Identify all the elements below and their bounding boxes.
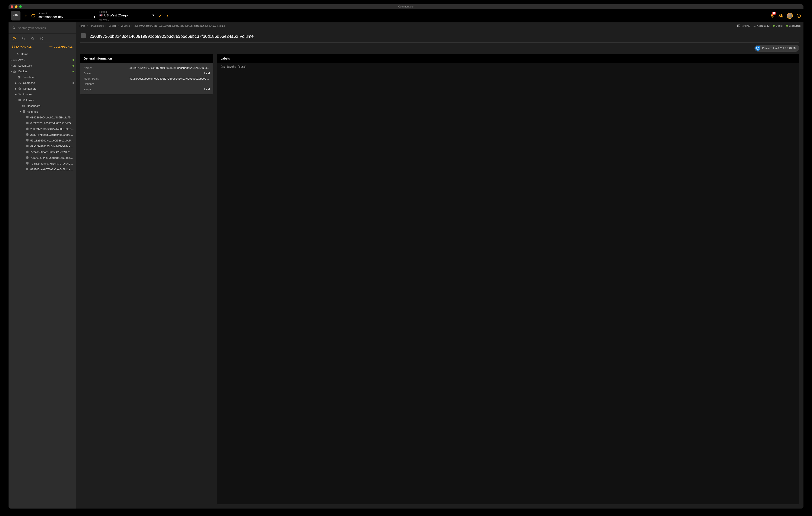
volume-name: 69a8f5e878125c0da1d3bfe82ce587ac14f8d (30, 145, 74, 148)
volume-icon (26, 145, 29, 148)
svg-rect-14 (13, 71, 14, 71)
tree-docker-images[interactable]: ▶ Images (8, 91, 76, 97)
labels-empty: (No labels found) (217, 63, 294, 187)
tree-docker-containers[interactable]: ▶ Containers (8, 86, 76, 91)
breadcrumb-item[interactable]: Home (79, 25, 85, 27)
chevron-right-icon: ▶ (10, 59, 13, 61)
volume-name: 7224d550a4b196afe428ebf917bd395a9e0f3 (30, 151, 74, 154)
tree-aws[interactable]: ▶ aws AWS (8, 57, 76, 63)
svg-rect-18 (18, 76, 19, 77)
sidebar-tabs (8, 33, 76, 42)
tree-volumes-volumes[interactable]: ▼ Volumes (8, 109, 76, 115)
svg-rect-11 (12, 47, 13, 48)
info-row: Options:- (84, 81, 210, 87)
tree-volume-item[interactable]: 2ba3f4f7bdec5936d5845a89a9b54653562bf (8, 132, 76, 138)
refresh-button[interactable] (31, 14, 35, 18)
page-title-row: 2303f9726bb8243c41460919992db9903b3c8e3b… (76, 29, 294, 43)
tree-volume-item[interactable]: 55f18a145d1fcc1e69f586c2e0e56d13383a5 (8, 138, 76, 143)
info-value: local (204, 88, 210, 91)
svg-rect-17 (14, 70, 14, 71)
tree-docker-dashboard[interactable]: Dashboard (8, 74, 76, 80)
info-row: scope:local (84, 87, 210, 92)
svg-rect-9 (12, 46, 13, 47)
info-label: Driver: (84, 72, 92, 75)
tab-history[interactable] (37, 35, 46, 42)
volume-icon (26, 116, 29, 119)
app-logo[interactable] (11, 11, 21, 21)
svg-point-25 (18, 93, 20, 94)
window-controls (11, 5, 22, 8)
volume-icon (80, 33, 87, 40)
breadcrumb-item[interactable]: Docker (109, 25, 116, 27)
account-value: commandeer-dev (38, 15, 63, 19)
breadcrumb-separator: > (132, 25, 133, 27)
maximize-window-button[interactable] (19, 5, 22, 8)
region-selector[interactable]: Region 🇺🇸 US West (Oregon) ▼ us-west-2 (99, 10, 155, 21)
info-value: - (209, 82, 210, 86)
main-content: Home>Infrastructure>Docker>Volumes>2303f… (76, 22, 294, 187)
flag-icon: 🇺🇸 (99, 14, 103, 17)
breadcrumb-item[interactable]: Volumes (121, 25, 129, 27)
volume-name: 0c212873c205975db637cf15d05ef0bd6ff82 (30, 121, 74, 125)
info-row: Name:2303f9726bb8243c41460919992db9903b3… (84, 65, 210, 71)
tree-home[interactable]: Home (8, 51, 76, 57)
volume-icon (26, 133, 29, 136)
images-icon (18, 93, 22, 96)
general-info-panel: General Information Name:2303f9726bb8243… (80, 54, 213, 94)
svg-rect-28 (22, 105, 24, 106)
add-button[interactable] (24, 14, 28, 18)
tab-search[interactable] (20, 35, 28, 42)
close-window-button[interactable] (11, 5, 13, 8)
tree-volume-item[interactable]: 7224d550a4b196afe428ebf917bd395a9e0f3 (8, 149, 76, 155)
expand-all-label: EXPAND ALL (16, 46, 32, 48)
tab-tree[interactable] (11, 35, 19, 42)
service-tree: Home ▶ aws AWS ▶ LocalStack ▼ Do (8, 51, 76, 187)
account-selector[interactable]: Account commandeer-dev ▼ (38, 12, 96, 20)
svg-rect-10 (13, 46, 14, 47)
tab-settings[interactable] (29, 35, 37, 42)
edit-button[interactable] (158, 14, 162, 18)
tree-docker-compose[interactable]: ▶ Compose (8, 80, 76, 86)
volume-icon (26, 121, 29, 125)
svg-rect-4 (13, 37, 14, 38)
panel-title: Labels (217, 54, 294, 63)
forward-button[interactable] (166, 14, 169, 18)
tree-volume-item[interactable]: 69a8f5e878125c0da1d3bfe82ce587ac14f8d (8, 143, 76, 149)
minimize-window-button[interactable] (15, 5, 18, 8)
tree-volume-item[interactable]: 8197d5bea8578e8a0ae5c58d1ea0903cd779 (8, 166, 76, 172)
titlebar: Commandeer (8, 4, 294, 9)
compose-icon (18, 81, 22, 84)
labels-panel: Labels (No labels found) (217, 54, 294, 187)
collapse-all-button[interactable]: COLLAPSE ALL (50, 45, 72, 48)
svg-rect-12 (13, 47, 14, 48)
svg-rect-30 (24, 106, 25, 107)
page-title: 2303f9726bb8243c41460919992db9903b3c8e3b… (90, 34, 254, 39)
svg-rect-15 (14, 71, 14, 71)
collapse-all-label: COLLAPSE ALL (54, 46, 72, 48)
expand-all-button[interactable]: EXPAND ALL (12, 45, 32, 48)
region-value: US West (Oregon) (104, 13, 130, 17)
volume-name: 55f18a145d1fcc1e69f586c2e0e56d13383a5 (30, 139, 74, 142)
tree-volume-item[interactable]: 0892362e64c0cb51f9b5f8ccfa75c2e5d799a (8, 115, 76, 120)
tree-volume-item[interactable]: 735001c3c4e10a587de1e51dd6d2fb5f47f66 (8, 155, 76, 161)
tree-docker[interactable]: ▼ Docker (8, 69, 76, 74)
tree-localstack[interactable]: ▶ LocalStack (8, 63, 76, 69)
tree-volumes-dashboard[interactable]: Dashboard (8, 103, 76, 109)
breadcrumb-bar: Home>Infrastructure>Docker>Volumes>2303f… (76, 22, 294, 29)
tree-volume-item[interactable]: 0c212873c205975db637cf15d05ef0bd6ff82 (8, 120, 76, 126)
tree-volume-item[interactable]: 2303f9726bb8243c41460919992db9903b3c (8, 126, 76, 132)
volume-icon (26, 151, 29, 154)
svg-point-26 (19, 94, 21, 95)
tree-volume-item[interactable]: 778f82430affd77d64fa7b7dcd4955c442131 (8, 161, 76, 166)
search-input[interactable] (12, 25, 72, 31)
volume-icon (22, 110, 26, 113)
breadcrumb-item[interactable]: Infrastructure (90, 25, 104, 27)
svg-rect-6 (15, 38, 16, 38)
breadcrumb-item[interactable]: 2303f9726bb8243c41460919992db9903b3c8e3b… (135, 25, 225, 27)
volume-icon (26, 139, 29, 142)
tree-docker-volumes[interactable]: ▼ Volumes (8, 97, 76, 103)
dashboard-icon (21, 105, 26, 108)
account-label: Account (38, 12, 96, 15)
region-label: Region (99, 10, 155, 13)
volume-name: 0892362e64c0cb51f9b5f8ccfa75c2e5d799a (30, 116, 74, 119)
